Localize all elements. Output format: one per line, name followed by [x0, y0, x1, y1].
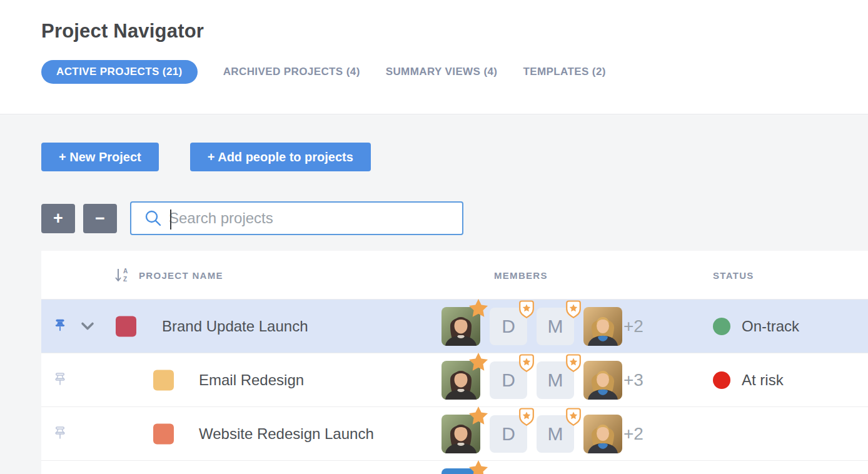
member-avatar-photo[interactable]: [442, 307, 480, 346]
shield-star-icon: [565, 300, 582, 319]
status-label: At risk: [742, 371, 784, 389]
page-title: Project Navigator: [41, 0, 868, 43]
members-cell: [442, 468, 480, 474]
add-people-button[interactable]: + Add people to projects: [190, 143, 371, 171]
sort-az-icon[interactable]: [114, 267, 129, 283]
project-name[interactable]: Email Redesign: [199, 371, 304, 389]
member-initial-tile[interactable]: D: [490, 308, 527, 345]
status-cell: At risk: [713, 371, 784, 389]
collapse-all-button[interactable]: −: [83, 204, 117, 233]
tab-active-projects[interactable]: ACTIVE PROJECTS (21): [41, 60, 198, 84]
column-header-project-name[interactable]: PROJECT NAME: [139, 270, 223, 280]
shield-star-icon: [518, 408, 535, 426]
tab-summary-views[interactable]: SUMMARY VIEWS (4): [386, 66, 498, 78]
pin-icon-outline[interactable]: [54, 426, 66, 441]
member-avatar-initials[interactable]: [442, 468, 480, 474]
member-initial: M: [548, 423, 563, 445]
member-initial-tile[interactable]: D: [490, 361, 527, 399]
text-caret: [170, 209, 171, 229]
pin-icon-outline[interactable]: [54, 373, 66, 388]
expand-all-button[interactable]: +: [41, 204, 75, 233]
tab-bar: ACTIVE PROJECTS (21) ARCHIVED PROJECTS (…: [41, 60, 868, 84]
member-initial: D: [502, 423, 515, 445]
projects-table: PROJECT NAME MEMBERS STATUS Brand Update…: [41, 251, 868, 474]
star-icon: [468, 460, 488, 474]
project-name[interactable]: Website Redesign Launch: [199, 425, 374, 443]
table-row[interactable]: Website Redesign Launch D M +2: [41, 406, 868, 460]
shield-star-icon: [518, 300, 535, 319]
extra-members-count[interactable]: +3: [623, 370, 643, 390]
project-color-swatch: [153, 423, 174, 444]
project-color-swatch: [116, 316, 136, 336]
member-initial-tile[interactable]: M: [537, 415, 574, 453]
table-row[interactable]: [41, 460, 868, 474]
member-avatar-photo[interactable]: [442, 361, 480, 400]
shield-star-icon: [565, 408, 582, 426]
table-row[interactable]: Brand Update Launch D M +2 On-track: [41, 299, 868, 353]
table-header-row: PROJECT NAME MEMBERS STATUS: [41, 251, 868, 299]
member-avatar-photo[interactable]: [583, 361, 622, 400]
table-row[interactable]: Email Redesign D M +3 At risk: [41, 353, 868, 406]
star-icon: [468, 298, 488, 318]
column-header-members: MEMBERS: [494, 270, 548, 280]
member-avatar-photo[interactable]: [583, 415, 622, 453]
extra-members-count[interactable]: +2: [623, 316, 643, 336]
members-cell: D M +2: [442, 415, 643, 453]
shield-star-icon: [565, 354, 582, 373]
member-initial: D: [502, 370, 515, 391]
star-icon: [468, 406, 488, 426]
toolbar: + New Project + Add people to projects: [41, 143, 868, 171]
member-initial-tile[interactable]: D: [490, 415, 527, 453]
new-project-button[interactable]: + New Project: [41, 143, 159, 171]
status-dot: [713, 371, 730, 389]
controls-row: + −: [41, 201, 868, 235]
member-initial: D: [502, 316, 515, 337]
member-initial: M: [548, 316, 563, 337]
pin-icon-filled[interactable]: [54, 319, 66, 334]
members-cell: D M +2: [442, 307, 643, 346]
member-initial-tile[interactable]: M: [537, 361, 574, 399]
search-input[interactable]: [169, 203, 462, 234]
project-color-swatch: [153, 370, 174, 390]
search-icon: [144, 209, 163, 228]
member-initial-tile[interactable]: M: [537, 308, 574, 345]
members-cell: D M +3: [442, 361, 643, 400]
page-header: Project Navigator ACTIVE PROJECTS (21) A…: [0, 0, 868, 114]
member-initial: M: [548, 370, 563, 391]
search-box[interactable]: [130, 201, 463, 235]
project-name[interactable]: Brand Update Launch: [162, 318, 308, 335]
tab-archived-projects[interactable]: ARCHIVED PROJECTS (4): [223, 66, 360, 78]
chevron-down-icon[interactable]: [80, 321, 95, 332]
status-dot: [713, 318, 730, 335]
member-avatar-photo[interactable]: [583, 307, 622, 346]
shield-star-icon: [518, 354, 535, 373]
extra-members-count[interactable]: +2: [623, 424, 643, 444]
status-cell: On-track: [713, 318, 799, 335]
star-icon: [468, 352, 488, 372]
member-avatar-photo[interactable]: [442, 415, 480, 453]
tab-templates[interactable]: TEMPLATES (2): [523, 66, 605, 78]
status-label: On-track: [742, 318, 799, 335]
column-header-status: STATUS: [713, 270, 754, 280]
